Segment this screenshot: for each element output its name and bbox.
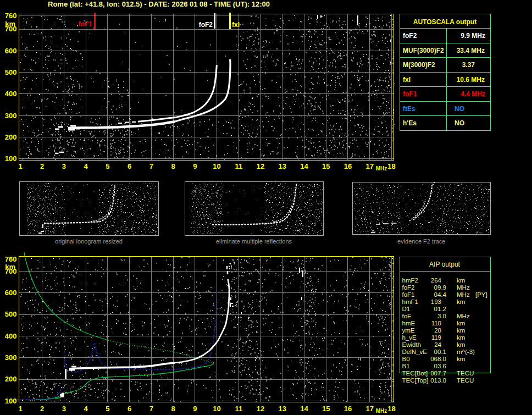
svg-text:hmF2: hmF2 [402, 277, 418, 284]
svg-text:TECU: TECU [457, 370, 474, 377]
svg-text:9: 9 [193, 162, 197, 170]
svg-text:760: 760 [5, 12, 17, 20]
svg-text:D1: D1 [402, 306, 411, 312]
svg-text:14: 14 [300, 162, 308, 170]
svg-text:1: 1 [18, 405, 22, 413]
svg-text:14: 14 [300, 405, 308, 413]
svg-text:foF1: foF1 [402, 291, 415, 298]
svg-text:18: 18 [387, 162, 395, 170]
svg-text:300: 300 [5, 353, 17, 362]
svg-text:193: 193 [431, 298, 441, 305]
svg-text:hmF1: hmF1 [402, 298, 418, 305]
svg-text:700: 700 [5, 267, 17, 275]
svg-text:013.0: 013.0 [430, 377, 446, 384]
svg-text:2: 2 [40, 162, 44, 170]
svg-text:600: 600 [5, 47, 17, 55]
svg-text:11: 11 [235, 162, 242, 170]
svg-text:068.0: 068.0 [430, 356, 446, 362]
svg-text:10.6 MHz: 10.6 MHz [457, 76, 485, 84]
svg-text:eliminate multiple reflections: eliminate multiple reflections [216, 238, 292, 245]
svg-text:264: 264 [431, 277, 442, 284]
svg-text:km: km [457, 327, 465, 334]
svg-text:MHz: MHz [457, 313, 470, 319]
svg-text:km: km [457, 298, 465, 305]
svg-text:200: 200 [5, 133, 17, 141]
svg-text:200: 200 [5, 375, 17, 383]
svg-text:9: 9 [193, 405, 197, 413]
svg-text:B1: B1 [402, 363, 410, 369]
svg-text:MHz: MHz [376, 165, 387, 171]
svg-text:m^(-3): m^(-3) [457, 348, 475, 355]
svg-text:300: 300 [5, 112, 17, 120]
svg-text:15: 15 [322, 162, 330, 170]
svg-text:760: 760 [5, 255, 17, 263]
svg-text:B0: B0 [402, 356, 410, 362]
svg-text:110: 110 [431, 320, 441, 327]
svg-text:foF2: foF2 [403, 32, 417, 40]
svg-text:20: 20 [434, 327, 441, 334]
svg-text:AUTOSCALA output: AUTOSCALA output [413, 18, 476, 26]
svg-text:hmE: hmE [402, 320, 415, 327]
svg-text:original ionogram resized: original ionogram resized [55, 238, 123, 245]
svg-text:TEC[Top]: TEC[Top] [402, 377, 429, 384]
svg-text:600: 600 [5, 289, 17, 297]
svg-text:10: 10 [213, 405, 220, 413]
svg-text:foF2: foF2 [402, 284, 415, 291]
svg-text:6: 6 [128, 405, 131, 413]
svg-text:100: 100 [5, 397, 17, 405]
svg-text:8: 8 [171, 162, 175, 170]
svg-text:4: 4 [84, 405, 88, 413]
svg-text:33.4 MHz: 33.4 MHz [457, 47, 485, 54]
svg-text:12: 12 [257, 162, 264, 170]
svg-text:00.1: 00.1 [434, 348, 446, 355]
svg-text:24: 24 [434, 341, 441, 348]
svg-text:fxl: fxl [403, 76, 411, 84]
svg-text:17: 17 [365, 405, 373, 413]
svg-text:13: 13 [279, 405, 286, 413]
svg-text:MHz: MHz [376, 408, 387, 414]
svg-text:km: km [457, 334, 465, 341]
svg-text:foF1: foF1 [79, 20, 93, 28]
svg-text:3.0: 3.0 [437, 313, 446, 319]
svg-text:100: 100 [5, 154, 17, 163]
svg-text:NO: NO [455, 105, 464, 113]
svg-text:17: 17 [365, 162, 373, 170]
svg-text:12: 12 [257, 405, 264, 413]
svg-text:04.4: 04.4 [434, 291, 447, 298]
svg-text:foF1: foF1 [403, 90, 417, 98]
svg-text:DelN_vE: DelN_vE [402, 348, 428, 355]
svg-text:h'Es: h'Es [403, 119, 417, 127]
svg-text:5: 5 [106, 162, 109, 170]
svg-text:01.2: 01.2 [434, 306, 446, 312]
svg-text:119: 119 [431, 334, 441, 341]
svg-text:fxl: fxl [232, 21, 240, 29]
svg-text:AIP output: AIP output [429, 261, 460, 268]
svg-text:3.37: 3.37 [462, 61, 475, 69]
svg-text:18: 18 [387, 405, 395, 413]
svg-text:km: km [457, 341, 465, 348]
svg-text:h_vE: h_vE [402, 334, 417, 341]
svg-text:007.7: 007.7 [430, 370, 446, 377]
svg-text:M(3000)F2: M(3000)F2 [403, 61, 435, 69]
svg-text:[PY]: [PY] [475, 291, 487, 298]
svg-text:09.9: 09.9 [434, 284, 446, 291]
svg-text:10: 10 [213, 162, 220, 170]
svg-text:5: 5 [106, 405, 109, 413]
svg-text:16: 16 [344, 405, 352, 413]
svg-text:15: 15 [322, 405, 330, 413]
svg-text:MHz: MHz [457, 284, 470, 291]
svg-text:2: 2 [40, 405, 44, 413]
svg-text:3: 3 [62, 162, 66, 170]
svg-text:11: 11 [235, 405, 242, 413]
svg-text:evidence F2 trace: evidence F2 trace [397, 238, 445, 245]
svg-text:MHz: MHz [457, 291, 470, 298]
svg-text:7: 7 [149, 162, 153, 170]
svg-text:500: 500 [5, 68, 17, 76]
svg-text:NO: NO [455, 119, 464, 127]
svg-text:MUF(3000)F2: MUF(3000)F2 [403, 47, 444, 54]
svg-text:TEC[Bot]: TEC[Bot] [402, 370, 428, 377]
svg-text:7: 7 [149, 405, 153, 413]
svg-text:400: 400 [5, 332, 17, 340]
svg-text:foE: foE [402, 313, 412, 319]
svg-text:700: 700 [5, 25, 17, 33]
